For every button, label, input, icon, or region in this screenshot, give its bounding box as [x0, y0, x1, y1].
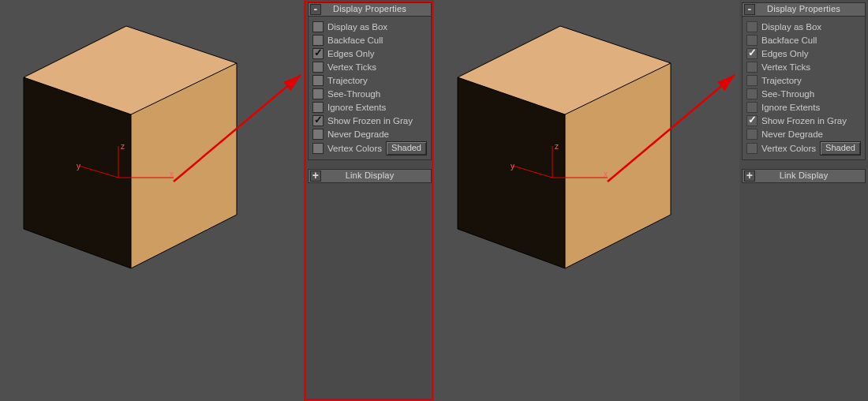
checkbox-never_degrade[interactable] [746, 129, 758, 140]
option-label: Trajectory [327, 76, 368, 85]
checkbox-see_through[interactable] [746, 88, 758, 99]
axis-x-label: x [170, 170, 174, 178]
checkbox-vertex_ticks[interactable] [312, 62, 324, 73]
checkbox-vertex_colors[interactable] [746, 143, 758, 154]
rollout-title: Display Properties [333, 4, 406, 13]
shaded-button[interactable]: Shaded [820, 141, 861, 156]
option-show_frozen_gray: ✓Show Frozen in Gray [746, 114, 861, 127]
checkbox-ignore_extents[interactable] [312, 102, 324, 113]
rollout-header-display-properties[interactable]: - Display Properties [742, 2, 866, 17]
option-display_as_box: Display as Box [746, 20, 861, 33]
option-label: Show Frozen in Gray [327, 116, 413, 126]
checkbox-edges_only[interactable]: ✓ [746, 48, 758, 59]
rollout-title: Display Properties [767, 4, 840, 13]
rollout-header-link-display[interactable]: + Link Display [308, 169, 432, 183]
option-ignore_extents: Ignore Extents [312, 100, 427, 114]
check-icon: ✓ [748, 114, 757, 126]
axis-z-label: z [121, 142, 125, 151]
option-label: Trajectory [761, 76, 802, 85]
option-vertex_colors: Vertex ColorsShaded [746, 141, 861, 156]
option-label: See-Through [327, 89, 380, 99]
option-label: Backface Cull [327, 36, 383, 45]
checkbox-see_through[interactable] [312, 88, 324, 99]
cube-render-right [434, 0, 739, 401]
rollout-header-link-display[interactable]: + Link Display [742, 169, 866, 183]
option-label: Vertex Colors [761, 144, 816, 153]
option-label: Show Frozen in Gray [761, 116, 847, 126]
viewport-left[interactable]: x y z [0, 0, 305, 401]
option-edges_only: ✓Edges Only [312, 47, 427, 60]
panel-column-right: - Display Properties Display as BoxBackf… [739, 0, 868, 401]
option-vertex_colors: Vertex ColorsShaded [312, 141, 427, 156]
axis-y-label: y [77, 162, 80, 171]
option-label: Vertex Ticks [761, 62, 810, 72]
option-trajectory: Trajectory [746, 73, 861, 87]
option-label: Ignore Extents [761, 103, 820, 112]
checkbox-show_frozen_gray[interactable]: ✓ [312, 115, 324, 126]
option-never_degrade: Never Degrade [746, 127, 861, 141]
comparison-stage: x y z - Display Properties Display as Bo… [0, 0, 868, 401]
rollout-display-properties: - Display Properties Display as BoxBackf… [742, 2, 866, 160]
option-see_through: See-Through [312, 87, 427, 100]
option-display_as_box: Display as Box [312, 20, 427, 33]
option-vertex_ticks: Vertex Ticks [312, 60, 427, 73]
panel-column-left: - Display Properties Display as BoxBackf… [304, 0, 434, 401]
option-label: Edges Only [327, 49, 374, 58]
rollout-body-display-properties: Display as BoxBackface Cull✓Edges OnlyVe… [742, 17, 866, 160]
option-label: Never Degrade [761, 129, 823, 139]
checkbox-backface_cull[interactable] [746, 35, 758, 46]
checkbox-show_frozen_gray[interactable]: ✓ [746, 115, 758, 126]
option-label: Backface Cull [761, 36, 817, 45]
checkbox-ignore_extents[interactable] [746, 102, 758, 113]
checkbox-trajectory[interactable] [312, 75, 324, 86]
option-label: See-Through [761, 89, 814, 99]
option-label: Vertex Ticks [327, 62, 376, 72]
rollout-link-display: + Link Display [742, 169, 866, 183]
option-trajectory: Trajectory [312, 73, 427, 87]
option-label: Edges Only [761, 49, 808, 58]
checkbox-backface_cull[interactable] [312, 35, 324, 46]
checkbox-edges_only[interactable]: ✓ [312, 48, 324, 59]
rollout-title: Link Display [346, 171, 395, 180]
option-vertex_ticks: Vertex Ticks [746, 60, 861, 73]
rollout-toggle-icon[interactable]: + [744, 171, 755, 182]
rollout-toggle-icon[interactable]: + [310, 171, 321, 182]
cube-render-left [0, 0, 305, 401]
option-edges_only: ✓Edges Only [746, 47, 861, 60]
axis-x-label: x [604, 170, 608, 178]
rollout-toggle-icon[interactable]: - [310, 4, 321, 15]
checkbox-display_as_box[interactable] [746, 21, 758, 32]
viewport-right[interactable]: x y z [434, 0, 739, 401]
axis-y-label: y [511, 162, 514, 171]
rollout-toggle-icon[interactable]: - [744, 4, 755, 15]
rollout-header-display-properties[interactable]: - Display Properties [308, 2, 432, 17]
option-show_frozen_gray: ✓Show Frozen in Gray [312, 114, 427, 127]
axis-z-label: z [555, 142, 559, 151]
rollout-title: Link Display [780, 171, 829, 180]
checkbox-vertex_ticks[interactable] [746, 62, 758, 73]
checkbox-never_degrade[interactable] [312, 129, 324, 140]
option-ignore_extents: Ignore Extents [746, 100, 861, 114]
check-icon: ✓ [314, 114, 323, 126]
checkbox-display_as_box[interactable] [312, 21, 324, 32]
checkbox-vertex_colors[interactable] [312, 143, 324, 154]
checkbox-trajectory[interactable] [746, 75, 758, 86]
option-never_degrade: Never Degrade [312, 127, 427, 141]
option-see_through: See-Through [746, 87, 861, 100]
left-half: x y z - Display Properties Display as Bo… [0, 0, 434, 401]
option-label: Ignore Extents [327, 103, 386, 112]
check-icon: ✓ [314, 47, 323, 58]
option-label: Vertex Colors [327, 144, 382, 153]
option-label: Display as Box [761, 22, 821, 32]
shaded-button[interactable]: Shaded [386, 141, 427, 156]
option-backface_cull: Backface Cull [312, 33, 427, 47]
right-half: x y z - Display Properties Display as Bo… [434, 0, 868, 401]
rollout-body-display-properties: Display as BoxBackface Cull✓Edges OnlyVe… [308, 17, 432, 160]
option-label: Never Degrade [327, 129, 389, 139]
option-backface_cull: Backface Cull [746, 33, 861, 47]
check-icon: ✓ [748, 47, 757, 58]
option-label: Display as Box [327, 22, 387, 32]
rollout-link-display: + Link Display [308, 169, 432, 183]
rollout-display-properties: - Display Properties Display as BoxBackf… [308, 2, 432, 160]
